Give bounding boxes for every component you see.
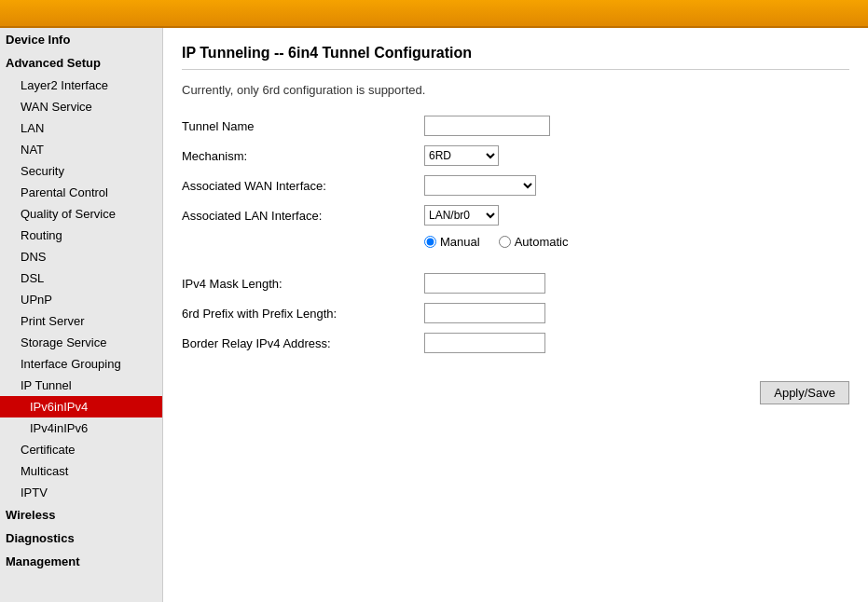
sidebar-item-ipv6inipv4[interactable]: IPv6inIPv4 xyxy=(0,396,162,417)
ipv4-mask-label: IPv4 Mask Length: xyxy=(182,277,424,291)
mechanism-label: Mechanism: xyxy=(182,149,424,163)
sidebar-item-dns[interactable]: DNS xyxy=(0,246,162,267)
prefix-input[interactable] xyxy=(424,303,545,323)
sidebar-item-advanced-setup[interactable]: Advanced Setup xyxy=(0,51,162,75)
radio-row: Manual Automatic xyxy=(182,235,849,249)
border-relay-input[interactable] xyxy=(424,333,545,353)
assoc-wan-row: Associated WAN Interface: xyxy=(182,175,849,196)
assoc-lan-select[interactable]: LAN/br0 xyxy=(424,205,499,226)
tunnel-name-input[interactable] xyxy=(424,116,550,136)
sidebar-item-layer2-interface[interactable]: Layer2 Interface xyxy=(0,75,162,96)
sidebar-item-nat[interactable]: NAT xyxy=(0,139,162,160)
prefix-label: 6rd Prefix with Prefix Length: xyxy=(182,307,424,321)
sidebar-item-interface-grouping[interactable]: Interface Grouping xyxy=(0,353,162,375)
prefix-row: 6rd Prefix with Prefix Length: xyxy=(182,303,849,323)
sidebar-item-wireless[interactable]: Wireless xyxy=(0,503,162,527)
mechanism-row: Mechanism: 6RD xyxy=(182,145,849,166)
sidebar-item-diagnostics[interactable]: Diagnostics xyxy=(0,527,162,550)
ipv4-mask-input[interactable] xyxy=(424,273,545,294)
manual-label: Manual xyxy=(440,235,480,249)
assoc-wan-select[interactable] xyxy=(424,175,536,196)
assoc-lan-label: Associated LAN Interface: xyxy=(182,209,424,223)
tunnel-name-label: Tunnel Name xyxy=(182,119,424,133)
sidebar-item-dsl[interactable]: DSL xyxy=(0,267,162,289)
automatic-radio[interactable] xyxy=(499,236,511,248)
main-content: IP Tunneling -- 6in4 Tunnel Configuratio… xyxy=(163,28,868,602)
automatic-label: Automatic xyxy=(515,235,569,249)
manual-radio[interactable] xyxy=(424,236,436,248)
assoc-wan-label: Associated WAN Interface: xyxy=(182,179,424,193)
sidebar-item-iptv[interactable]: IPTV xyxy=(0,482,162,503)
apply-save-button[interactable]: Apply/Save xyxy=(760,381,849,404)
radio-group: Manual Automatic xyxy=(424,235,568,249)
sidebar-item-device-info[interactable]: Device Info xyxy=(0,28,162,51)
mechanism-select[interactable]: 6RD xyxy=(424,145,499,166)
sidebar-item-print-server[interactable]: Print Server xyxy=(0,310,162,332)
manual-option[interactable]: Manual xyxy=(424,235,480,249)
sidebar-item-quality-of-service[interactable]: Quality of Service xyxy=(0,203,162,225)
divider xyxy=(182,258,849,273)
ipv4-mask-row: IPv4 Mask Length: xyxy=(182,273,849,294)
info-text: Currently, only 6rd configuration is sup… xyxy=(182,83,849,97)
form-section: Tunnel Name Mechanism: 6RD Associated WA… xyxy=(182,116,849,353)
button-row: Apply/Save xyxy=(182,381,849,404)
top-bar xyxy=(0,0,868,28)
tunnel-name-row: Tunnel Name xyxy=(182,116,849,136)
page-title: IP Tunneling -- 6in4 Tunnel Configuratio… xyxy=(182,45,849,70)
automatic-option[interactable]: Automatic xyxy=(499,235,569,249)
sidebar-item-upnp[interactable]: UPnP xyxy=(0,289,162,310)
sidebar-item-parental-control[interactable]: Parental Control xyxy=(0,182,162,203)
sidebar-item-ip-tunnel[interactable]: IP Tunnel xyxy=(0,375,162,396)
sidebar-item-management[interactable]: Management xyxy=(0,550,162,573)
sidebar-item-lan[interactable]: LAN xyxy=(0,117,162,139)
sidebar-item-routing[interactable]: Routing xyxy=(0,225,162,246)
assoc-lan-row: Associated LAN Interface: LAN/br0 xyxy=(182,205,849,226)
sidebar-item-security[interactable]: Security xyxy=(0,160,162,182)
layout: Device InfoAdvanced SetupLayer2 Interfac… xyxy=(0,28,868,602)
border-relay-label: Border Relay IPv4 Address: xyxy=(182,336,424,350)
sidebar-item-storage-service[interactable]: Storage Service xyxy=(0,332,162,353)
sidebar-item-ipv4inipv6[interactable]: IPv4inIPv6 xyxy=(0,417,162,439)
sidebar: Device InfoAdvanced SetupLayer2 Interfac… xyxy=(0,28,163,602)
sidebar-item-certificate[interactable]: Certificate xyxy=(0,439,162,460)
border-relay-row: Border Relay IPv4 Address: xyxy=(182,333,849,353)
sidebar-item-multicast[interactable]: Multicast xyxy=(0,460,162,482)
sidebar-item-wan-service[interactable]: WAN Service xyxy=(0,96,162,117)
